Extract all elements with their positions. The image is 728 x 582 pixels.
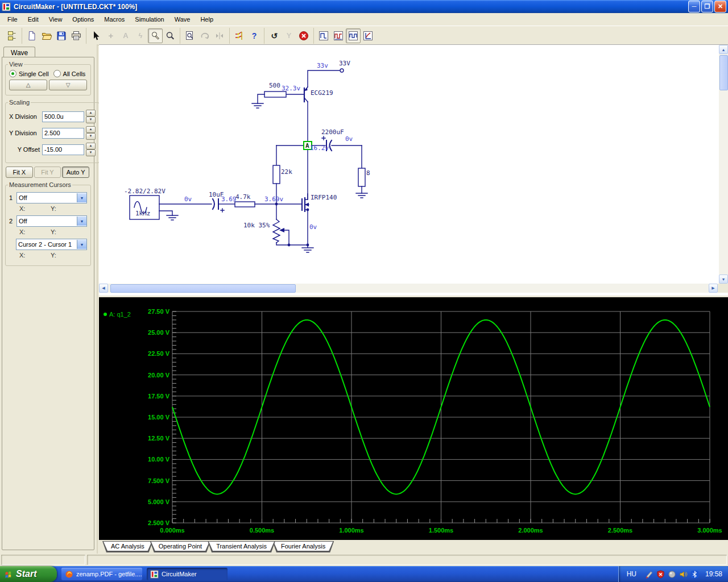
tweezers-button: Y	[282, 28, 296, 43]
start-button[interactable]: Start	[0, 566, 57, 582]
probe-tool-button[interactable]	[148, 28, 163, 43]
save-file-button[interactable]	[54, 28, 69, 43]
circuit-label--2.82-2.82v[interactable]: -2.82/2.82V	[124, 188, 166, 194]
menu-item-simulation[interactable]: Simulation	[130, 14, 169, 24]
xy-display-icon	[363, 31, 373, 41]
circuitmaker-icon	[150, 570, 159, 579]
y-offset-spinner[interactable]: ▲▼	[86, 143, 96, 156]
cursor-diff-select[interactable]: Cursor 2 - Cursor 1▼	[16, 239, 87, 250]
x-division-spinner[interactable]: ▲▼	[86, 110, 96, 123]
prev-cell-button[interactable]: △	[9, 80, 47, 90]
tab-ac-analysis[interactable]: AC Analysis	[102, 541, 153, 552]
menu-item-help[interactable]: Help	[195, 14, 218, 24]
circuit-label-1khz[interactable]: 1kHz	[135, 210, 151, 217]
circuit-horizontal-scrollbar[interactable]: ◀ ▶	[99, 284, 718, 293]
reset-button[interactable]: ↺	[267, 28, 282, 43]
menu-item-macros[interactable]: Macros	[99, 14, 130, 24]
y-axis-tick-label: 25.00 V	[148, 329, 170, 336]
circuit-label-2200uf[interactable]: 2200uF	[321, 129, 344, 135]
scroll-down-icon: ▼	[719, 275, 728, 284]
help-button[interactable]: ?	[247, 28, 262, 43]
menu-item-options[interactable]: Options	[67, 14, 99, 24]
taskbar-task-circuitmaker[interactable]: CircuitMaker	[147, 568, 228, 580]
circuit-label-4.7k[interactable]: 4.7k	[235, 194, 251, 200]
analysis-tab-strip: AC AnalysisOperating PointTransient Anal…	[99, 540, 728, 554]
y-division-input[interactable]	[42, 128, 84, 139]
tab-transient-analysis[interactable]: Transient Analysis	[208, 541, 275, 552]
language-indicator[interactable]: HU	[627, 570, 636, 578]
security-shield-icon[interactable]	[656, 570, 665, 579]
scroll-up-icon: ▲	[719, 45, 728, 54]
menu-item-edit[interactable]: Edit	[23, 14, 44, 24]
circuit-label-ecg219[interactable]: ECG219	[311, 90, 333, 96]
cursor2-select[interactable]: Off▼	[16, 215, 87, 227]
parts-browser-button[interactable]	[5, 28, 19, 43]
digital-waveform-button[interactable]	[331, 28, 346, 43]
speaker-icon[interactable]	[679, 570, 688, 579]
xy-display-button[interactable]	[361, 28, 375, 43]
all-cells-radio[interactable]	[53, 70, 61, 77]
circuit-label-16.2v[interactable]: 16.2v	[310, 145, 329, 151]
cursor1-select[interactable]: Off▼	[16, 192, 87, 203]
circuit-vertical-scrollbar[interactable]: ▲ ▼	[719, 45, 728, 284]
x-division-input[interactable]	[42, 111, 84, 122]
volume-icon[interactable]	[668, 570, 676, 579]
y-offset-label: Y Offset	[9, 146, 42, 153]
taskbar-clock[interactable]: 19:58	[705, 570, 722, 578]
circuit-label-33v[interactable]: 33V	[339, 60, 350, 66]
circuit-label-500[interactable]: 500	[269, 82, 280, 89]
zoom-area-icon	[185, 31, 195, 41]
circuit-label-3.69v[interactable]: 3.69v	[264, 196, 283, 202]
menu-item-file[interactable]: File	[2, 14, 23, 24]
next-cell-button[interactable]: ▽	[49, 80, 87, 90]
pen-icon[interactable]	[645, 570, 653, 579]
probe-display-button[interactable]	[316, 28, 331, 43]
zoom-tool-button[interactable]	[163, 28, 177, 43]
fit-x-button[interactable]: Fit X	[6, 167, 33, 178]
print-button[interactable]	[69, 28, 84, 43]
restore-button[interactable]: ❐	[701, 1, 713, 13]
tab-fourier-analysis[interactable]: Fourier Analysis	[272, 541, 334, 552]
circuit-label-33v[interactable]: 33v	[317, 63, 328, 69]
stop-icon	[299, 31, 309, 41]
taskbar: Start zenamp.PDF - getfile....CircuitMak…	[0, 566, 728, 582]
tab-operating-point[interactable]: Operating Point	[150, 541, 210, 552]
open-file-button[interactable]	[39, 28, 54, 43]
circuit-label-3.69[interactable]: 3.69	[221, 196, 237, 202]
auto-y-button[interactable]: Auto Y	[62, 167, 89, 178]
circuit-label-8[interactable]: 8	[366, 170, 370, 176]
circuit-label-irfp140[interactable]: IRFP140	[311, 194, 337, 201]
minimize-button[interactable]: ─	[688, 1, 700, 13]
circuit-label-22k[interactable]: 22k	[281, 169, 292, 175]
circuit-label-10k-35-[interactable]: 10k 35%	[243, 222, 270, 228]
zoom-area-button[interactable]	[183, 28, 197, 43]
new-file-button[interactable]	[24, 28, 39, 43]
circuitmaker-app-icon	[2, 2, 11, 11]
taskbar-task-zenamp-pdf[interactable]: zenamp.PDF - getfile....	[61, 568, 142, 580]
y-division-spinner[interactable]: ▲▼	[86, 126, 96, 140]
circuit-label-32.3v[interactable]: 32.3v	[282, 85, 300, 92]
menu-item-wave[interactable]: Wave	[169, 14, 196, 24]
status-pane-1	[1, 555, 85, 565]
y-axis-tick-label: 5.000 V	[148, 498, 170, 505]
cursor1-y-label: Y:	[51, 205, 56, 212]
circuit-label-0v[interactable]: 0v	[345, 136, 353, 142]
bluetooth-icon[interactable]	[690, 570, 699, 579]
cursor1-x-label: X:	[19, 205, 51, 212]
waveform-plot[interactable]: 27.50 V25.00 V22.50 V20.00 V17.50 V15.00…	[99, 297, 728, 540]
analog-waveform-button[interactable]	[346, 28, 361, 43]
digital-switch-button[interactable]	[232, 28, 247, 43]
close-button[interactable]: ✕	[714, 1, 726, 13]
task-label: zenamp.PDF - getfile....	[76, 571, 142, 577]
toolbar: +Aϟ?↺Y	[0, 26, 728, 45]
arrow-tool-button[interactable]	[89, 28, 104, 43]
stop-button[interactable]	[296, 28, 311, 43]
menu-bar: FileEditViewOptionsMacrosSimulationWaveH…	[0, 13, 728, 26]
y-offset-input[interactable]	[42, 144, 84, 155]
schematic-canvas[interactable]: 33v33V50032.3vECG2192200uF0v16.2vA22k8-2…	[99, 45, 718, 284]
circuit-label-0v[interactable]: 0v	[184, 196, 192, 202]
single-cell-radio[interactable]	[9, 70, 16, 77]
circuit-label-a[interactable]: A	[305, 143, 309, 149]
circuit-label-0v[interactable]: 0v	[309, 224, 317, 230]
menu-item-view[interactable]: View	[44, 14, 68, 24]
